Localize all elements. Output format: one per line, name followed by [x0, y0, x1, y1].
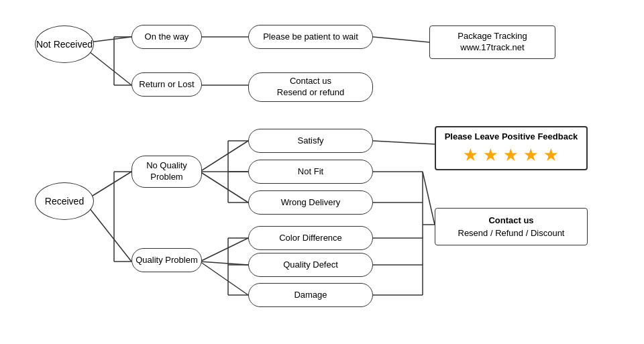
svg-line-20	[200, 238, 248, 262]
not-fit-node: Not Fit	[248, 160, 373, 184]
svg-line-0	[89, 37, 131, 42]
contact-resend-node: Contact usResend or refund	[248, 72, 373, 102]
patient-wait-node: Please be patient to wait	[248, 25, 373, 49]
svg-line-8	[89, 172, 131, 198]
svg-line-13	[200, 141, 248, 172]
svg-line-9	[89, 208, 131, 262]
color-diff-node: Color Difference	[248, 226, 373, 250]
quality-defect-node: Quality Defect	[248, 253, 373, 277]
return-or-lost-node: Return or Lost	[131, 72, 202, 97]
star-rating: ★ ★ ★ ★ ★	[464, 146, 559, 166]
svg-line-28	[423, 172, 435, 225]
svg-line-15	[200, 172, 248, 203]
diagram: Not Received On the way Return or Lost P…	[0, 0, 644, 344]
contact-options-node: Contact us Resend / Refund / Discount	[435, 208, 588, 245]
svg-line-22	[200, 262, 248, 295]
no-quality-node: No QualityProblem	[131, 156, 202, 188]
received-node: Received	[35, 182, 94, 220]
wrong-delivery-node: Wrong Delivery	[248, 190, 373, 215]
package-tracking-node: Package Trackingwww.17track.net	[429, 25, 555, 59]
quality-problem-node: Quality Problem	[131, 248, 202, 272]
not-received-node: Not Received	[35, 25, 94, 63]
damage-node: Damage	[248, 283, 373, 307]
svg-line-27	[373, 141, 435, 144]
on-the-way-node: On the way	[131, 25, 202, 49]
svg-line-7	[373, 37, 429, 42]
svg-line-1	[89, 52, 131, 85]
positive-feedback-node: Please Leave Positive Feedback ★ ★ ★ ★ ★	[435, 126, 588, 170]
satisfy-node: Satisfy	[248, 129, 373, 153]
